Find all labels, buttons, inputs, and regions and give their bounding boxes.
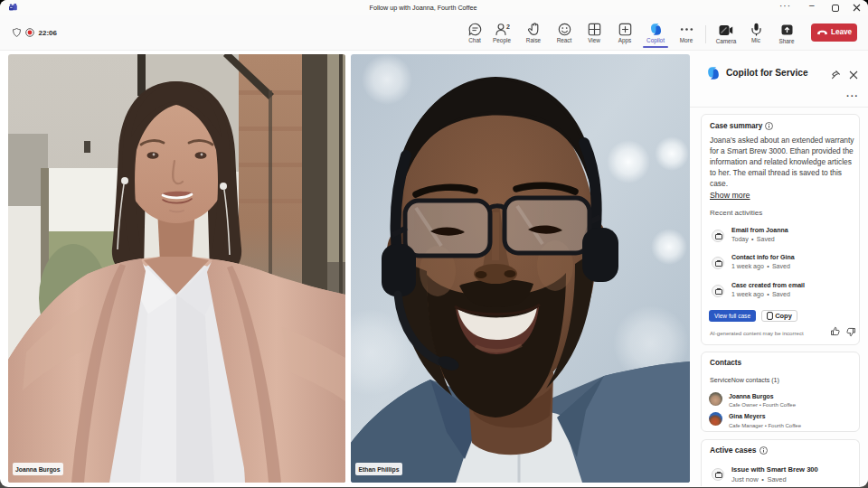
svg-text:2: 2 — [506, 23, 510, 30]
